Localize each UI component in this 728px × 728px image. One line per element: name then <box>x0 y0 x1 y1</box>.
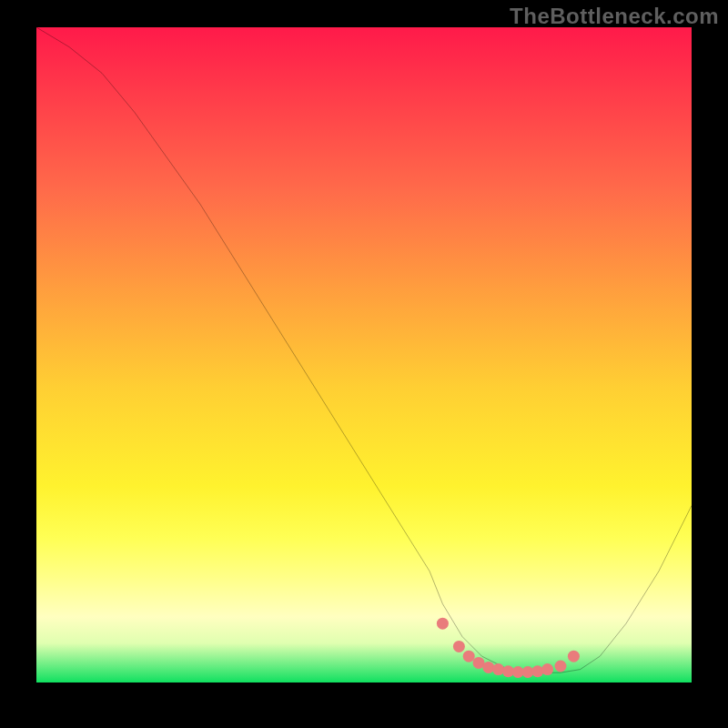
marker-dot <box>482 662 494 673</box>
marker-dot <box>492 663 504 675</box>
watermark-text: TheBottleneck.com <box>510 4 719 29</box>
marker-dot <box>568 651 580 662</box>
marker-dot <box>437 618 449 630</box>
optimal-zone-dots <box>437 618 580 678</box>
plot-area <box>36 27 692 682</box>
chart-overlay <box>36 27 692 682</box>
marker-dot <box>463 651 475 662</box>
bottleneck-curve <box>36 27 692 672</box>
marker-dot <box>541 663 553 675</box>
marker-dot <box>531 665 543 677</box>
chart-frame: TheBottleneck.com <box>0 0 728 728</box>
marker-dot <box>453 641 465 652</box>
marker-dot <box>555 661 567 672</box>
